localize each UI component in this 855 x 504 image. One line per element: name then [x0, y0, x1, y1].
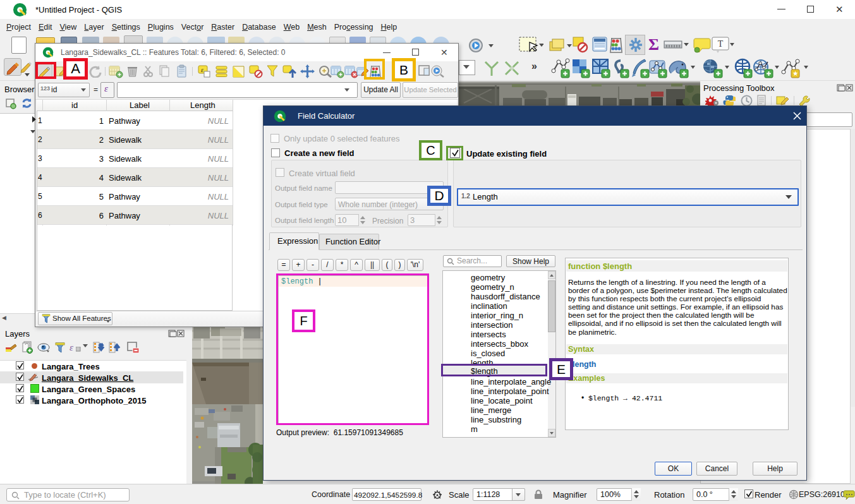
svg-text:T: T — [718, 39, 724, 49]
